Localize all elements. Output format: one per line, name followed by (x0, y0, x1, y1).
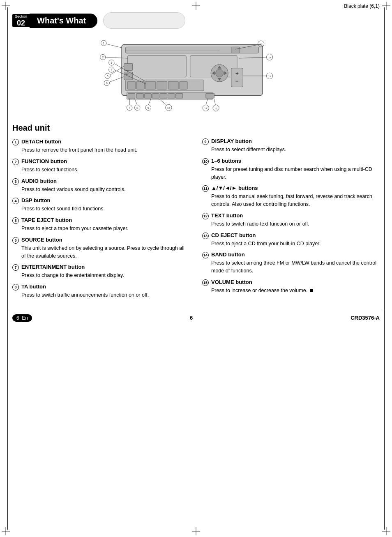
center-mark-top (192, 2, 200, 10)
footer-code: CRD3576-A (350, 315, 380, 321)
list-item: 8TA buttonPress to switch traffic announ… (12, 283, 190, 299)
section-title-pill: What's What (30, 14, 97, 28)
item-heading: 3AUDIO button (12, 178, 190, 185)
list-item: 6SOURCE buttonThis unit is switched on b… (12, 237, 190, 260)
corner-mark-br (382, 527, 390, 535)
item-number: 5 (12, 217, 19, 224)
item-heading: 14BAND button (202, 251, 380, 258)
item-desc: Press to increase or decrease the volume… (202, 287, 380, 295)
item-desc: Press to switch traffic announcements fu… (12, 291, 190, 299)
svg-text:15: 15 (268, 75, 271, 78)
item-number: 13 (202, 233, 209, 239)
item-title: SOURCE button (21, 237, 62, 243)
item-desc: Press for preset tuning and disc number … (202, 166, 380, 181)
svg-text:9: 9 (148, 106, 149, 109)
list-item: 15VOLUME buttonPress to increase or decr… (202, 279, 380, 295)
item-desc: Press to eject a CD from your built-in C… (202, 240, 380, 248)
section-num: 02 (17, 19, 25, 27)
page-border-left (7, 7, 8, 530)
svg-text:1: 1 (103, 42, 104, 45)
page-border-right (384, 7, 385, 530)
svg-rect-18 (127, 81, 135, 89)
item-number: 6 (12, 237, 19, 244)
corner-mark-tr (382, 2, 390, 10)
svg-rect-26 (136, 94, 143, 98)
center-mark-bottom (192, 527, 200, 535)
item-desc: Press to change to the entertainment dis… (12, 272, 190, 279)
svg-text:4: 4 (111, 68, 112, 71)
svg-text:11: 11 (204, 107, 207, 110)
item-number: 12 (202, 213, 209, 219)
item-heading: 15VOLUME button (202, 279, 380, 286)
main-content: Head unit 1DETACH buttonPress to remove … (0, 123, 392, 303)
item-desc: Press to select various sound quality co… (12, 186, 190, 194)
item-title: DISPLAY button (211, 138, 252, 144)
section-heading: Head unit (12, 123, 190, 133)
svg-point-34 (216, 69, 224, 77)
svg-text:12: 12 (214, 107, 217, 110)
end-mark (310, 289, 313, 292)
item-title: ▲/▼/◄/► buttons (211, 185, 258, 191)
item-heading: 6SOURCE button (12, 237, 190, 244)
list-item: 4DSP buttonPress to select sound field f… (12, 197, 190, 213)
svg-rect-32 (206, 94, 214, 98)
svg-rect-21 (157, 81, 167, 89)
item-number: 7 (12, 264, 19, 271)
item-number: 2 (12, 159, 19, 165)
plate-label: Black plate (6,1) (344, 3, 380, 9)
svg-rect-25 (128, 94, 135, 98)
item-heading: 9DISPLAY button (202, 138, 380, 145)
item-desc: Press to select different displays. (202, 146, 380, 154)
svg-text:7: 7 (129, 106, 130, 109)
item-heading: 8TA button (12, 283, 190, 290)
list-item: 1DETACH buttonPress to remove the front … (12, 138, 190, 154)
svg-rect-15 (127, 55, 186, 77)
svg-text:8: 8 (136, 106, 138, 109)
item-title: DETACH button (21, 138, 61, 145)
section-badge: Section 02 (12, 14, 30, 27)
item-heading: 1DETACH button (12, 138, 190, 145)
svg-text:3: 3 (111, 61, 112, 64)
item-number: 11 (202, 185, 209, 192)
list-item: 9DISPLAY buttonPress to select different… (202, 138, 380, 154)
list-item: 101–6 buttonsPress for preset tuning and… (202, 158, 380, 181)
item-title: TAPE EJECT button (21, 217, 72, 223)
svg-rect-22 (168, 81, 178, 89)
item-title: CD EJECT button (211, 232, 256, 238)
item-heading: 101–6 buttons (202, 158, 380, 165)
svg-rect-28 (152, 94, 159, 98)
item-desc: Press to remove the front panel from the… (12, 146, 190, 154)
svg-rect-30 (168, 94, 175, 98)
item-number: 14 (202, 252, 209, 258)
item-desc: This unit is switched on by selecting a … (12, 244, 190, 260)
section-header: Section 02 What's What (0, 12, 392, 29)
list-item: 7ENTERTAINMENT buttonPress to change to … (12, 264, 190, 279)
item-heading: 2FUNCTION button (12, 158, 190, 165)
item-title: ENTERTAINMENT button (21, 264, 85, 270)
svg-rect-23 (180, 81, 187, 89)
section-title-pill2 (103, 12, 185, 29)
svg-text:5: 5 (107, 75, 108, 78)
svg-text:13: 13 (260, 43, 263, 46)
svg-rect-20 (145, 81, 156, 89)
svg-rect-31 (175, 94, 182, 98)
item-heading: 12TEXT button (202, 212, 380, 219)
item-number: 15 (202, 279, 209, 286)
item-title: AUDIO button (21, 178, 57, 184)
footer-page-badge: 6 En (12, 314, 32, 322)
svg-text:10: 10 (167, 106, 170, 109)
footer: 6 En 6 CRD3576-A (0, 310, 392, 326)
footer-page-num: 6 (16, 315, 19, 321)
item-title: VOLUME button (211, 279, 252, 285)
svg-line-66 (134, 99, 137, 105)
diagram-area: + − 1 2 3 4 (12, 33, 380, 115)
svg-line-69 (148, 99, 151, 105)
footer-en: En (22, 315, 28, 321)
item-title: BAND button (211, 251, 245, 258)
item-number: 10 (202, 158, 209, 165)
list-item: 14BAND buttonPress to select among three… (202, 251, 380, 275)
item-title: FUNCTION button (21, 158, 67, 164)
item-number: 3 (12, 178, 19, 185)
item-number: 9 (202, 138, 209, 145)
item-heading: 4DSP button (12, 197, 190, 204)
